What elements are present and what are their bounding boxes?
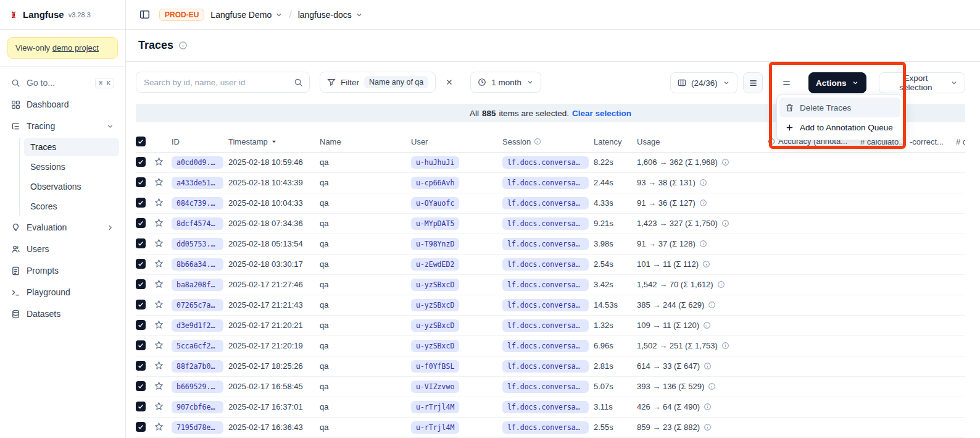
col-header-calc3[interactable]: # c... [956, 137, 965, 146]
bookmark-star-icon[interactable] [154, 218, 164, 227]
search-icon[interactable] [291, 78, 309, 87]
user-pill[interactable]: u-T98YnzD [411, 238, 459, 250]
filter-button[interactable]: Filter Name any of qa [320, 72, 436, 93]
row-checkbox[interactable] [136, 402, 146, 411]
row-checkbox[interactable] [136, 279, 146, 289]
sidebar-item-sessions[interactable]: Sessions [24, 158, 119, 176]
sidebar-item-prompts[interactable]: Prompts [6, 261, 119, 280]
goto-search[interactable]: Go to... ⌘ K [6, 73, 119, 93]
table-row[interactable]: dd05753... 2025-02-18 05:13:54 qa u-T98Y… [136, 234, 965, 254]
table-row[interactable]: d3e9d1f2... 2025-02-17 21:20:21 qa u-yzS… [136, 315, 965, 335]
bookmark-star-icon[interactable] [154, 177, 164, 187]
actions-button[interactable]: Actions [808, 72, 866, 93]
sidebar-item-scores[interactable]: Scores [24, 197, 119, 216]
sidebar-item-datasets[interactable]: Datasets [6, 304, 119, 324]
trace-id-pill[interactable]: 07265c7a... [172, 299, 223, 311]
column-visibility-button[interactable]: (24/36) [670, 72, 737, 93]
row-checkbox[interactable] [136, 198, 146, 208]
sidebar-item-observations[interactable]: Observations [24, 177, 119, 196]
table-row[interactable]: a433de51... 2025-02-18 10:43:39 qa u-cp6… [136, 172, 965, 193]
sidebar-item-dashboard[interactable]: Dashboard [6, 95, 119, 114]
user-pill[interactable]: u-VIZzvwo [411, 381, 459, 393]
session-pill[interactable]: lf.docs.conversation... [502, 340, 589, 352]
sidebar-item-evaluation[interactable]: Evaluation [6, 217, 119, 237]
trace-id-pill[interactable]: 7195d78e... [172, 421, 223, 434]
menu-item-add-to-annotation-queue[interactable]: Add to Annotation Queue [779, 117, 900, 137]
col-header-user[interactable]: User [411, 137, 428, 146]
session-pill[interactable]: lf.docs.conversation... [502, 319, 589, 332]
clear-filter-button[interactable] [441, 74, 458, 91]
table-row[interactable]: 907cbf6e... 2025-02-17 16:37:01 qa u-rTr… [136, 397, 965, 417]
bookmark-star-icon[interactable] [154, 320, 164, 329]
col-header-latency[interactable]: Latency [594, 137, 622, 146]
col-header-calc2[interactable]: -correct... [910, 137, 944, 146]
table-row[interactable]: 8b66a34... 2025-02-18 03:30:17 qa u-zEwd… [136, 254, 965, 274]
trace-id-pill[interactable]: b669529... [172, 381, 223, 393]
row-checkbox[interactable] [136, 177, 146, 187]
user-pill[interactable]: u-rTrjl4M [411, 421, 459, 434]
trace-id-pill[interactable]: 8b66a34... [172, 258, 223, 271]
sidebar-item-traces[interactable]: Traces [24, 138, 119, 156]
user-pill[interactable]: u-huJhuJi [411, 156, 459, 169]
col-header-timestamp[interactable]: Timestamp [228, 137, 277, 146]
row-height-medium-button[interactable] [776, 72, 796, 93]
trace-id-pill[interactable]: 88f2a7b0... [172, 360, 223, 373]
bookmark-star-icon[interactable] [154, 238, 164, 248]
trace-id-pill[interactable]: a433de51... [172, 177, 223, 189]
clear-selection-link[interactable]: Clear selection [572, 109, 631, 118]
table-row[interactable]: 07265c7a... 2025-02-17 21:21:43 qa u-yzS… [136, 295, 965, 315]
menu-item-delete-traces[interactable]: Delete Traces [779, 98, 900, 117]
table-row[interactable]: b669529... 2025-02-17 16:58:45 qa u-VIZz… [136, 376, 965, 397]
table-row[interactable]: 7195d78e... 2025-02-17 16:36:43 qa u-rTr… [136, 417, 965, 437]
col-header-usage[interactable]: Usage [637, 137, 660, 146]
table-row[interactable]: 084c739... 2025-02-18 10:04:33 qa u-OYau… [136, 193, 965, 213]
user-pill[interactable]: u-yzSBxcD [411, 299, 459, 311]
sidebar-toggle-button[interactable] [136, 6, 153, 23]
row-checkbox[interactable] [136, 157, 146, 167]
time-range-button[interactable]: 1 month [470, 72, 541, 93]
session-pill[interactable]: lf.docs.conversation... [502, 381, 589, 393]
bookmark-star-icon[interactable] [154, 259, 164, 268]
bookmark-star-icon[interactable] [154, 198, 164, 207]
bookmark-star-icon[interactable] [154, 300, 164, 309]
table-row[interactable]: 88f2a7b0... 2025-02-17 18:25:26 qa u-f0Y… [136, 356, 965, 376]
sidebar-item-users[interactable]: Users [6, 239, 119, 259]
col-header-id[interactable]: ID [172, 137, 180, 146]
user-pill[interactable]: u-rTrjl4M [411, 401, 459, 413]
session-pill[interactable]: lf.docs.conversation... [502, 156, 589, 169]
trace-id-pill[interactable]: 084c739... [172, 197, 223, 209]
user-pill[interactable]: u-f0YfBSL [411, 360, 459, 373]
bookmark-star-icon[interactable] [154, 340, 164, 350]
session-pill[interactable]: lf.docs.conversation... [502, 401, 589, 413]
table-row[interactable]: 5cca6cf2... 2025-02-17 21:20:19 qa u-yzS… [136, 335, 965, 356]
demo-project-link[interactable]: demo project [52, 43, 99, 53]
table-row[interactable]: 8dcf4574... 2025-02-18 07:34:36 qa u-MYp… [136, 213, 965, 234]
bookmark-star-icon[interactable] [154, 381, 164, 390]
row-checkbox[interactable] [136, 422, 146, 432]
user-pill[interactable]: u-yzSBxcD [411, 340, 459, 352]
trace-id-pill[interactable]: a0cd0d9... [172, 156, 223, 169]
trace-id-pill[interactable]: d3e9d1f2... [172, 319, 223, 332]
session-pill[interactable]: lf.docs.conversation... [502, 217, 589, 230]
trace-id-pill[interactable]: dd05753... [172, 238, 223, 250]
org-selector[interactable]: Langfuse Demo [210, 10, 283, 20]
row-checkbox[interactable] [136, 218, 146, 228]
project-selector[interactable]: langfuse-docs [298, 10, 363, 20]
session-pill[interactable]: lf.docs.conversation... [502, 279, 589, 291]
export-selection-button[interactable]: Export selection [879, 72, 965, 93]
bookmark-star-icon[interactable] [154, 402, 164, 411]
row-checkbox[interactable] [136, 361, 146, 371]
select-all-checkbox[interactable] [136, 137, 146, 146]
trace-id-pill[interactable]: 8dcf4574... [172, 217, 223, 230]
user-pill[interactable]: u-MYpDAT5 [411, 217, 459, 230]
user-pill[interactable]: u-yzSBxcD [411, 319, 459, 332]
col-header-name[interactable]: Name [320, 137, 341, 146]
col-header-session[interactable]: Session [502, 137, 541, 146]
user-pill[interactable]: u-yzSBxcD [411, 279, 459, 291]
user-pill[interactable]: u-OYauofc [411, 197, 459, 209]
trace-id-pill[interactable]: ba8a208f... [172, 279, 223, 291]
session-pill[interactable]: lf.docs.conversation... [502, 421, 589, 434]
session-pill[interactable]: lf.docs.conversation... [502, 177, 589, 189]
table-row[interactable]: a0cd0d9... 2025-02-18 10:59:46 qa u-huJh… [136, 152, 965, 172]
table-row[interactable]: ba8a208f... 2025-02-17 21:27:46 qa u-yzS… [136, 274, 965, 295]
